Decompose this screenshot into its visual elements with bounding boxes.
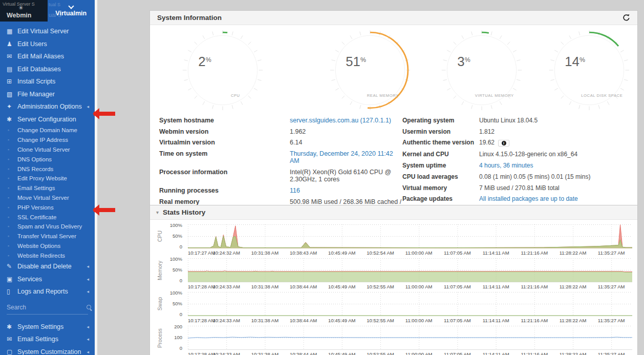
sidebar-item-logs-and-reports[interactable]: ▯Logs and Reports◂ <box>0 285 95 298</box>
tab-virtualmin[interactable]: Virtualmin <box>48 0 95 22</box>
sidebar-subitem-website-options[interactable]: ◦Website Options <box>0 241 95 251</box>
sidebar-item-administration-options[interactable]: ✦Administration Options◂ <box>0 100 95 113</box>
search-icon <box>86 304 92 310</box>
x-tick-label: 10:24:33 AM <box>213 284 240 289</box>
chart-xlabels: 10:17:28 AM10:24:33 AM10:31:38 AM10:38:4… <box>188 284 632 290</box>
gauge-virtual-memory: 3%VIRTUAL MEMORY <box>440 28 524 114</box>
theme-info-badge[interactable]: i <box>498 140 509 147</box>
info-row-processor-information: Processor informationIntel(R) Xeon(R) Go… <box>159 166 402 185</box>
svg-text:CPU: CPU <box>231 93 240 98</box>
chart-yticks: 100%50%0 <box>163 258 186 282</box>
sidebar-subitem-label: DNS Options <box>17 156 52 162</box>
info-value-link[interactable]: server.sslguides.com.au (127.0.1.1) <box>290 117 391 124</box>
sidebar-item-label: Edit Mail Aliases <box>17 53 64 60</box>
sidebar-item-system-customization[interactable]: ▢System Customization◂ <box>0 346 95 355</box>
info-value-link[interactable]: Thursday, December 24, 2020 11:42 AM <box>290 150 402 164</box>
x-tick-label: 10:52:55 AM <box>367 351 394 355</box>
sidebar-item-edit-users[interactable]: ♟Edit Users <box>0 38 95 51</box>
sidebar-item-label: Edit Users <box>17 40 47 48</box>
info-row-system-hostname: System hostnameserver.sslguides.com.au (… <box>159 115 402 126</box>
x-tick-label: 10:17:28 AM <box>188 318 215 323</box>
sidebar-subitem-label: Edit Proxy Website <box>17 175 67 181</box>
x-tick-label: 11:28:22 AM <box>560 351 587 355</box>
info-row-kernel-and-cpu: Kernel and CPULinux 4.15.0-128-generic o… <box>402 149 637 160</box>
info-label: Running processes <box>159 187 290 194</box>
sidebar-item-server-configuration[interactable]: ✱Server Configuration <box>0 113 95 126</box>
sidebar-item-disable-and-delete[interactable]: ✎Disable and Delete◂ <box>0 260 95 273</box>
sidebar-subitem-spam-and-virus-delivery[interactable]: ◦Spam and Virus Delivery <box>0 222 95 232</box>
sidebar-item-install-scripts[interactable]: ⊞Install Scripts <box>0 75 95 88</box>
sidebar-subitem-email-settings[interactable]: ◦Email Settings <box>0 183 95 193</box>
system-information-panel: System Information 2%CPU51%REAL MEMORY3%… <box>149 10 638 238</box>
sidebar-subitem-dns-options[interactable]: ◦DNS Options <box>0 154 95 164</box>
sidebar-subitem-website-redirects[interactable]: ◦Website Redirects <box>0 250 95 260</box>
display-icon: ▢ <box>7 348 17 355</box>
sidebar-item-label: Administration Options <box>17 103 82 110</box>
x-tick-label: 11:00:00 AM <box>405 318 433 323</box>
install-scripts-icon: ⊞ <box>7 78 17 85</box>
feather-icon: ✎ <box>7 263 17 270</box>
chart-swap: Swap100%50%010:17:28 AM10:24:33 AM10:31:… <box>156 292 632 326</box>
collapse-icon[interactable]: ▾ <box>156 210 159 215</box>
sidebar-item-system-settings[interactable]: ✱System Settings◂ <box>0 321 95 333</box>
x-tick-label: 11:00:00 AM <box>405 284 433 289</box>
sidebar-item-file-manager[interactable]: ▧File Manager <box>0 88 95 101</box>
info-value: 1.812 <box>479 128 495 135</box>
sidebar-subitem-clone-virtual-server[interactable]: ◦Clone Virtual Server <box>0 145 95 155</box>
tab-webmin[interactable]: tual S ual S Virtual Server S ✳ Webmin <box>0 0 48 22</box>
sidebar-subitem-move-virtual-server[interactable]: ◦Move Virtual Server <box>0 193 95 203</box>
x-tick-label: 10:24:33 AM <box>213 351 240 355</box>
chart-xlabels: 10:17:28 AM10:24:33 AM10:31:38 AM10:38:4… <box>188 351 632 355</box>
sidebar-item-edit-databases[interactable]: ▤Edit Databases <box>0 63 95 76</box>
refresh-icon <box>622 14 630 22</box>
x-tick-label: 11:00:00 AM <box>405 250 433 256</box>
chevron-left-icon: ◂ <box>87 264 89 269</box>
info-value-link[interactable]: All installed packages are up to date <box>479 195 578 202</box>
sidebar-subitem-dns-records[interactable]: ◦DNS Records <box>0 164 95 174</box>
search-input[interactable] <box>7 304 86 311</box>
info-label: Kernel and CPU <box>402 151 479 158</box>
sidebar-subitem-php-versions[interactable]: ◦PHP Versions <box>0 202 95 212</box>
sidebar-item-label: Edit Virtual Server <box>17 28 69 35</box>
info-label: Time on system <box>159 150 290 157</box>
x-tick-label: 10:17:28 AM <box>188 284 215 289</box>
info-row-operating-system: Operating systemUbuntu Linux 18.04.5 <box>402 115 637 126</box>
sidebar-subitem-label: Change IP Address <box>17 137 68 143</box>
x-tick-label: 11:14:11 AM <box>483 351 509 355</box>
sidebar-subitem-change-domain-name[interactable]: ◦Change Domain Name <box>0 126 95 135</box>
x-tick-label: 10:17:28 AM <box>188 351 215 355</box>
x-tick-label: 10:17:27 AM <box>188 250 215 256</box>
x-tick-label: 11:07:05 AM <box>444 318 471 323</box>
gauge-real-memory: 51%REAL MEMORY <box>328 28 412 114</box>
chart-yticks: 2001000 <box>163 326 186 350</box>
sidebar-subitem-change-ip-address[interactable]: ◦Change IP Address <box>0 135 95 145</box>
sidebar-scrollbar-track[interactable] <box>95 0 97 355</box>
document-icon: ▯ <box>7 288 17 295</box>
sidebar-item-edit-virtual-server[interactable]: ▦Edit Virtual Server <box>0 25 95 38</box>
x-tick-label: 11:14:11 AM <box>483 250 509 256</box>
sidebar-subitem-ssl-certificate[interactable]: ◦SSL Certificate <box>0 212 95 222</box>
x-tick-label: 10:24:33 AM <box>213 318 240 323</box>
chart-cpu: CPU100%50%010:17:27 AM10:24:32 AM10:31:3… <box>156 224 632 258</box>
info-row-package-updates: Package updatesAll installed packages ar… <box>402 193 637 204</box>
chevron-left-icon: ◂ <box>87 337 89 342</box>
sidebar-subitem-transfer-virtual-server[interactable]: ◦Transfer Virtual Server <box>0 232 95 241</box>
bullet-icon: ◦ <box>8 234 17 239</box>
sidebar-item-email-settings[interactable]: ✉Email Settings◂ <box>0 333 95 346</box>
info-label: Operating system <box>402 117 479 124</box>
info-label: Usermin version <box>402 128 479 135</box>
sidebar: tual S ual S Virtual Server S ✳ Webmin V… <box>0 0 95 355</box>
chart-axis-name: CPU <box>156 224 163 248</box>
sidebar-subitem-edit-proxy-website[interactable]: ◦Edit Proxy Website <box>0 174 95 183</box>
x-tick-label: 11:21:16 AM <box>521 250 548 256</box>
sidebar-submenu-server-configuration: ◦Change Domain Name◦Change IP Address◦Cl… <box>0 126 95 260</box>
bullet-icon: ◦ <box>8 205 17 210</box>
sidebar-item-services[interactable]: ▣Services◂ <box>0 273 95 286</box>
sidebar-menu-top: ▦Edit Virtual Server♟Edit Users✉Edit Mai… <box>0 22 95 126</box>
info-value-link[interactable]: 4 hours, 36 minutes <box>479 162 533 169</box>
x-tick-label: 11:28:22 AM <box>560 318 587 323</box>
bullet-icon: ◦ <box>8 253 17 258</box>
refresh-button[interactable] <box>622 14 630 22</box>
sidebar-item-edit-mail-aliases[interactable]: ✉Edit Mail Aliases <box>0 50 95 63</box>
info-value-link[interactable]: 116 <box>290 187 300 194</box>
